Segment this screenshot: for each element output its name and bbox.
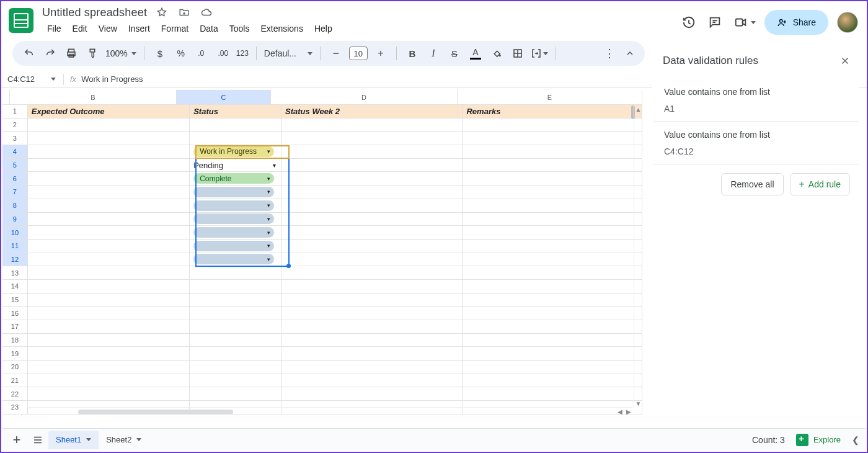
cell-C18[interactable]	[190, 334, 281, 348]
cell-D12[interactable]	[281, 253, 463, 267]
cell-C17[interactable]	[190, 320, 281, 334]
validation-rule-item[interactable]: Value contains one from listA1	[653, 79, 859, 122]
cell-D15[interactable]	[281, 294, 463, 307]
borders-button[interactable]	[510, 45, 526, 61]
row-header-12[interactable]: 12	[2, 253, 28, 267]
sheet-tab-sheet2[interactable]: Sheet2	[99, 431, 149, 449]
move-folder-icon[interactable]	[177, 5, 192, 20]
cell-E9[interactable]	[463, 213, 642, 226]
redo-button[interactable]	[42, 45, 58, 61]
cell-C16[interactable]	[190, 307, 281, 320]
cell-E6[interactable]	[463, 172, 642, 186]
sheets-logo[interactable]	[9, 8, 33, 33]
cell-D16[interactable]	[281, 307, 463, 320]
cell-C10[interactable]: ▾	[190, 226, 281, 240]
merge-button[interactable]	[531, 45, 548, 61]
star-icon[interactable]	[154, 5, 169, 20]
name-box[interactable]: C4:C12	[7, 74, 60, 84]
row-header-10[interactable]: 10	[2, 226, 28, 240]
cell-E17[interactable]	[463, 320, 642, 334]
validation-rule-item[interactable]: Value contains one from listC4:C12	[653, 122, 859, 164]
cell-D18[interactable]	[281, 334, 463, 348]
scroll-right-icon[interactable]: ▶	[626, 408, 631, 415]
cell-E16[interactable]	[463, 307, 642, 320]
cell-E5[interactable]	[463, 159, 642, 173]
status-chip[interactable]: ▾	[193, 227, 274, 238]
font-size-input[interactable]: 10	[349, 47, 368, 60]
cell-B8[interactable]	[28, 199, 190, 213]
cell-B19[interactable]	[28, 347, 190, 361]
spreadsheet-grid[interactable]: BCDE 1Expected OutcomeStatusStatus Week …	[2, 90, 642, 431]
cell-B15[interactable]	[28, 294, 190, 307]
cell-B4[interactable]	[28, 145, 190, 159]
row-header-3[interactable]: 3	[2, 132, 28, 145]
collapse-toolbar-button[interactable]	[624, 47, 636, 60]
chevron-down-icon[interactable]	[86, 438, 91, 441]
vertical-scrollbar[interactable]: ▲ ▼	[634, 105, 642, 408]
row-header-11[interactable]: 11	[2, 240, 28, 253]
decrease-font-button[interactable]: −	[328, 45, 344, 61]
cell-C6[interactable]: Complete▾	[190, 172, 281, 186]
cell-B3[interactable]	[28, 132, 190, 145]
cell-C13[interactable]	[190, 266, 281, 280]
selection-count[interactable]: Count: 3	[752, 435, 785, 445]
cell-B14[interactable]	[28, 280, 190, 294]
menu-extensions[interactable]: Extensions	[255, 21, 308, 36]
cell-D22[interactable]	[281, 387, 463, 401]
row-header-14[interactable]: 14	[2, 280, 28, 294]
menu-insert[interactable]: Insert	[123, 21, 155, 36]
status-chip[interactable]: ▾	[193, 241, 274, 251]
format-percent-button[interactable]: %	[173, 45, 189, 61]
cell-D17[interactable]	[281, 320, 463, 334]
cell-B12[interactable]	[28, 253, 190, 267]
print-button[interactable]	[63, 45, 79, 61]
status-chip[interactable]: Work in Progress▾	[193, 146, 274, 157]
cell-C21[interactable]	[190, 374, 281, 388]
cell-B13[interactable]	[28, 266, 190, 280]
status-chip[interactable]: ▾	[193, 200, 274, 211]
formula-bar[interactable]: Work in Progress	[81, 74, 143, 84]
cell-B16[interactable]	[28, 307, 190, 320]
undo-button[interactable]	[21, 45, 37, 61]
cell-B11[interactable]	[28, 240, 190, 253]
cell-E10[interactable]	[463, 226, 642, 240]
column-header-B[interactable]: B	[10, 90, 177, 104]
menu-file[interactable]: File	[42, 21, 66, 36]
cell-D8[interactable]	[281, 199, 463, 213]
cell-E7[interactable]	[463, 186, 642, 199]
row-header-9[interactable]: 9	[2, 213, 28, 226]
cell-E8[interactable]	[463, 199, 642, 213]
row-header-7[interactable]: 7	[2, 186, 28, 199]
cell-D21[interactable]	[281, 374, 463, 388]
cell-D20[interactable]	[281, 361, 463, 374]
cell-D5[interactable]	[281, 159, 463, 173]
cell-D13[interactable]	[281, 266, 463, 280]
row-header-20[interactable]: 20	[2, 361, 28, 374]
row-header-23[interactable]: 23	[2, 401, 28, 415]
increase-decimal-button[interactable]: .00	[215, 45, 231, 61]
menu-view[interactable]: View	[94, 21, 122, 36]
cell-C2[interactable]	[190, 119, 281, 132]
document-title[interactable]: Untitled spreadsheet	[42, 6, 147, 19]
row-header-1[interactable]: 1	[2, 105, 28, 119]
cell-C19[interactable]	[190, 347, 281, 361]
row-header-8[interactable]: 8	[2, 199, 28, 213]
cell-D7[interactable]	[281, 186, 463, 199]
row-header-2[interactable]: 2	[2, 119, 28, 132]
cell-C11[interactable]: ▾	[190, 240, 281, 253]
add-sheet-button[interactable]: +	[6, 429, 27, 451]
row-header-5[interactable]: 5	[2, 159, 28, 173]
cell-E19[interactable]	[463, 347, 642, 361]
cell-E2[interactable]	[463, 119, 642, 132]
cell-B22[interactable]	[28, 387, 190, 401]
cell-E3[interactable]	[463, 132, 642, 145]
cell-B18[interactable]	[28, 334, 190, 348]
cell-C4[interactable]: Work in Progress▾	[190, 145, 281, 159]
cell-C1[interactable]: Status	[190, 105, 281, 119]
italic-button[interactable]: I	[425, 45, 441, 61]
format-currency-button[interactable]: $	[152, 45, 168, 61]
add-rule-button[interactable]: Add rule	[790, 173, 851, 195]
menu-tools[interactable]: Tools	[224, 21, 255, 36]
cell-D14[interactable]	[281, 280, 463, 294]
cell-E13[interactable]	[463, 266, 642, 280]
